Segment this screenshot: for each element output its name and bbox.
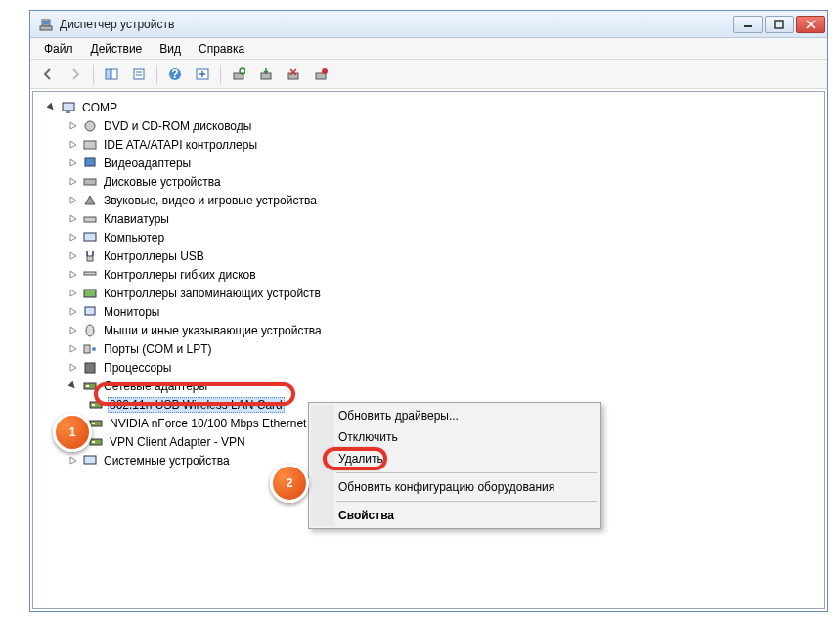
expand-icon[interactable]: [66, 139, 78, 151]
maximize-button[interactable]: [765, 16, 794, 33]
nic-icon: [88, 416, 104, 431]
expand-icon[interactable]: [66, 362, 78, 374]
ctx-scan-hardware[interactable]: Обновить конфигурацию оборудования: [311, 476, 598, 498]
svg-rect-37: [84, 383, 96, 389]
tree-category[interactable]: Процессоры: [37, 358, 820, 377]
expand-icon[interactable]: [66, 157, 78, 169]
collapse-icon[interactable]: [66, 380, 78, 392]
menu-action[interactable]: Действие: [83, 40, 151, 58]
computer-icon: [61, 100, 76, 115]
menu-file[interactable]: Файл: [36, 40, 81, 58]
svg-rect-26: [84, 179, 96, 185]
expand-icon[interactable]: [66, 288, 78, 299]
device-label: NVIDIA nForce 10/100 Mbps Ethernet: [108, 417, 308, 430]
category-label: Порты (COM и LPT): [102, 342, 214, 356]
tree-category[interactable]: Компьютер: [37, 228, 820, 246]
category-label: Контроллеры USB: [102, 249, 206, 263]
tree-category[interactable]: Контроллеры USB: [37, 246, 820, 265]
svg-text:?: ?: [171, 67, 178, 81]
svg-rect-28: [84, 233, 96, 241]
svg-point-35: [92, 347, 96, 351]
tree-category[interactable]: Контроллеры запоминающих устройств: [37, 284, 820, 302]
collapse-icon[interactable]: [45, 102, 57, 113]
nav-forward-button[interactable]: [64, 63, 87, 86]
category-label: Компьютер: [102, 231, 166, 245]
category-icon: [82, 360, 98, 376]
update-driver-button[interactable]: [254, 63, 278, 86]
category-icon: [82, 118, 98, 134]
action-button[interactable]: [191, 63, 214, 86]
category-label: Дисковые устройства: [102, 175, 223, 189]
expand-icon[interactable]: [66, 250, 78, 262]
category-icon: [82, 137, 98, 153]
category-label: Сетевые адаптеры: [102, 379, 209, 393]
svg-rect-32: [85, 307, 95, 315]
category-icon: [82, 286, 98, 301]
category-icon: [82, 323, 98, 338]
category-icon: [82, 174, 98, 190]
svg-rect-0: [40, 26, 52, 30]
svg-rect-36: [85, 363, 95, 373]
svg-rect-39: [90, 402, 102, 408]
expand-icon[interactable]: [66, 306, 78, 318]
category-icon: [82, 304, 98, 320]
toolbar-sep: [156, 65, 157, 84]
svg-rect-9: [134, 69, 144, 79]
window-title: Диспетчер устройств: [60, 18, 733, 31]
tree-category[interactable]: Порты (COM и LPT): [37, 339, 820, 358]
svg-rect-18: [288, 73, 298, 79]
category-label: DVD и CD-ROM дисководы: [102, 119, 253, 133]
titlebar[interactable]: Диспетчер устройств: [30, 11, 827, 38]
properties-button[interactable]: [127, 63, 151, 86]
expand-icon[interactable]: [66, 455, 78, 467]
scan-hw-button[interactable]: [227, 63, 250, 86]
context-menu: Обновить драйверы... Отключить Удалить О…: [308, 402, 601, 529]
expand-icon[interactable]: [66, 232, 78, 244]
svg-rect-42: [92, 423, 95, 424]
category-icon: [82, 267, 98, 283]
expand-icon[interactable]: [66, 269, 78, 281]
expand-icon[interactable]: [66, 343, 78, 355]
menu-view[interactable]: Вид: [152, 40, 189, 58]
nav-back-button[interactable]: [36, 63, 60, 86]
ctx-uninstall[interactable]: Удалить: [311, 448, 598, 469]
expand-icon[interactable]: [66, 213, 78, 225]
tree-category[interactable]: Клавиатуры: [37, 209, 820, 228]
tree-category[interactable]: Видеоадаптеры: [37, 154, 820, 172]
category-label: Звуковые, видео и игровые устройства: [102, 194, 319, 207]
ctx-disable[interactable]: Отключить: [311, 426, 598, 448]
tree-category[interactable]: Дисковые устройства: [37, 172, 820, 191]
expand-icon[interactable]: [66, 176, 78, 188]
tree-category[interactable]: Звуковые, видео и игровые устройства: [37, 191, 820, 209]
ctx-properties[interactable]: Свойства: [311, 505, 598, 526]
root-label: COMP: [80, 101, 119, 114]
uninstall-button[interactable]: [282, 63, 305, 86]
tree-category[interactable]: Контроллеры гибких дисков: [37, 265, 820, 284]
svg-rect-27: [84, 217, 96, 222]
svg-rect-45: [84, 456, 96, 464]
expand-icon[interactable]: [66, 325, 78, 336]
svg-rect-2: [43, 21, 49, 24]
tree-root[interactable]: COMP: [37, 98, 820, 116]
svg-rect-38: [86, 385, 89, 387]
menu-help[interactable]: Справка: [191, 40, 252, 58]
close-button[interactable]: [796, 16, 825, 33]
ctx-label: Свойства: [338, 509, 394, 522]
category-label: Системные устройства: [102, 454, 232, 468]
show-hide-tree-button[interactable]: [100, 63, 123, 86]
tree-category[interactable]: Мыши и иные указывающие устройства: [37, 321, 820, 339]
category-icon: [82, 248, 98, 264]
toolbar-sep: [93, 65, 94, 84]
expand-icon[interactable]: [66, 195, 78, 206]
device-label: VPN Client Adapter - VPN: [108, 435, 247, 449]
minimize-button[interactable]: [733, 16, 763, 33]
device-label: 802.11n USB Wireless LAN Card: [108, 397, 285, 413]
help-button[interactable]: ?: [163, 63, 187, 86]
tree-category[interactable]: DVD и CD-ROM дисководы: [37, 116, 820, 135]
tree-category[interactable]: Мониторы: [37, 302, 820, 321]
tree-category-network[interactable]: Сетевые адаптеры: [37, 377, 820, 395]
tree-category[interactable]: IDE ATA/ATAPI контроллеры: [37, 135, 820, 154]
expand-icon[interactable]: [66, 120, 78, 132]
ctx-update-drivers[interactable]: Обновить драйверы...: [311, 405, 598, 426]
disable-button[interactable]: [309, 63, 332, 86]
